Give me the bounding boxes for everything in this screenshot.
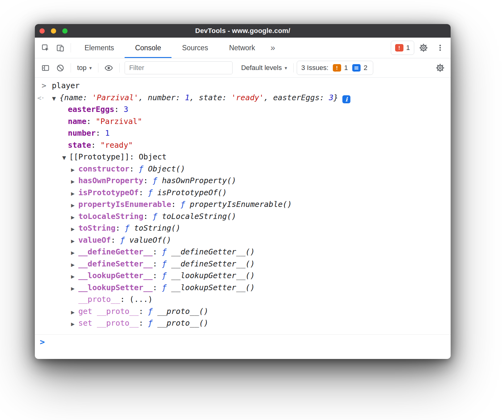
message-bubble-icon (352, 64, 361, 72)
object-property-row: number: 1 (35, 127, 451, 139)
console-text: 1 (185, 93, 189, 102)
object-property-row: ▶propertyIsEnumerable: ƒ propertyIsEnume… (35, 199, 451, 211)
device-toolbar-button[interactable] (53, 40, 68, 55)
expand-toggle-icon[interactable]: ▶ (70, 235, 76, 247)
console-text: isPrototypeOf (78, 188, 139, 197)
object-property-row: ▶get __proto__: ƒ __proto__() (35, 306, 451, 318)
console-text: __lookupGetter__ (78, 271, 153, 280)
expand-toggle-icon[interactable]: ▶ (70, 164, 76, 176)
object-property-row: ▶__defineGetter__: ƒ __defineGetter__() (35, 246, 451, 258)
object-property-row: name: "Parzival" (35, 116, 451, 128)
expand-toggle-icon[interactable]: ▼ (61, 152, 67, 164)
spacer (76, 242, 78, 243)
error-count-badge[interactable]: ! 1 (391, 41, 414, 55)
expand-toggle-icon[interactable]: ▶ (70, 200, 76, 212)
console-text: ƒ (153, 176, 162, 185)
divider (71, 63, 71, 72)
expand-toggle-icon[interactable]: ▶ (70, 223, 76, 235)
zoom-window-button[interactable] (62, 28, 68, 34)
expand-toggle-icon[interactable]: ▶ (70, 307, 76, 319)
spacer (35, 278, 70, 278)
spacer (35, 171, 70, 171)
console-text: : (139, 188, 148, 197)
object-property-row: state: "ready" (35, 139, 451, 151)
window-title: DevTools - www.google.com/ (195, 27, 290, 35)
device-toolbar-icon (56, 44, 64, 52)
console-panel[interactable]: >player<·▼{name: 'Parzival', number: 1, … (35, 78, 451, 358)
expand-toggle-icon[interactable]: ▶ (70, 259, 76, 271)
object-property-row: ▶__lookupGetter__: ƒ __lookupGetter__() (35, 270, 451, 282)
filter-input[interactable] (125, 61, 233, 74)
console-text: : (139, 307, 148, 316)
console-text: __lookupGetter__() (171, 271, 255, 280)
console-text: "Parzival" (96, 117, 142, 126)
console-eval-result: <·▼{name: 'Parzival', number: 1, state: … (35, 92, 451, 104)
console-sidebar-toggle-button[interactable] (38, 60, 53, 75)
console-text: : (153, 271, 162, 280)
console-text: : (320, 93, 329, 102)
console-text: __lookupSetter__() (171, 283, 255, 292)
divider (71, 43, 71, 52)
expand-toggle-icon[interactable]: ▶ (70, 283, 76, 295)
log-level-selector[interactable]: Default levels ▾ (238, 64, 290, 72)
console-text: state (199, 93, 222, 102)
input-chevron-icon: > (42, 81, 46, 90)
settings-button[interactable] (416, 40, 431, 55)
console-text: __defineSetter__() (171, 259, 255, 268)
divider (293, 63, 294, 72)
expand-toggle-icon[interactable]: ▶ (70, 318, 76, 330)
console-text: easterEggs (68, 105, 114, 114)
expand-toggle-icon[interactable]: ▼ (51, 93, 57, 105)
console-prompt[interactable]: > (35, 334, 451, 347)
console-text: set __proto__ (78, 319, 139, 327)
console-text: Object() (148, 164, 185, 173)
spacer (35, 254, 70, 254)
screenshot-canvas: DevTools - www.google.com/ (0, 0, 504, 420)
tab-elements[interactable]: Elements (74, 38, 125, 58)
close-window-button[interactable] (39, 28, 45, 34)
prompt-chevron-icon: > (40, 337, 45, 347)
expand-toggle-icon[interactable]: ▶ (70, 271, 76, 283)
console-text: __defineSetter__ (78, 259, 153, 268)
console-text: constructor (78, 164, 130, 173)
spacer (76, 290, 78, 290)
getter-invoke[interactable]: (...) (130, 295, 153, 304)
console-text: toLocaleString() (162, 212, 236, 221)
more-options-button[interactable] (433, 40, 448, 55)
console-text: : (120, 295, 129, 304)
expand-toggle-icon[interactable]: ▶ (70, 176, 76, 188)
expand-toggle-icon[interactable]: ▶ (70, 247, 76, 259)
caret-down-icon: ▾ (285, 65, 287, 71)
spacer (35, 88, 42, 88)
spacer (48, 100, 51, 100)
console-settings-button[interactable] (433, 60, 448, 75)
issues-counter-button[interactable]: 3 Issues: ! 1 2 (297, 61, 374, 75)
more-tabs-button[interactable]: » (266, 43, 280, 53)
exclamation-glyph: ! (336, 65, 338, 71)
error-bubble-icon: ! (395, 44, 403, 51)
object-property-row: ▶toString: ƒ toString() (35, 222, 451, 234)
console-text: : (86, 117, 96, 126)
console-text: __defineGetter__ (78, 247, 153, 256)
tab-sources[interactable]: Sources (171, 38, 218, 58)
tab-network[interactable]: Network (219, 38, 266, 58)
window-title-bar[interactable]: DevTools - www.google.com/ (35, 24, 451, 38)
minimize-window-button[interactable] (51, 28, 56, 34)
tab-console[interactable]: Console (125, 38, 171, 58)
live-expression-button[interactable] (101, 60, 116, 75)
console-text: ƒ (139, 164, 148, 173)
console-text: 3 (329, 93, 333, 102)
expand-toggle-icon[interactable]: ▶ (70, 188, 76, 200)
console-text: : (115, 224, 125, 233)
spacer (35, 112, 68, 112)
info-icon[interactable]: i (342, 95, 350, 103)
spacer (35, 314, 70, 314)
expand-toggle-icon[interactable]: ▶ (70, 212, 76, 224)
clear-console-icon (56, 64, 64, 72)
spacer (57, 100, 60, 100)
inspect-element-button[interactable] (38, 40, 53, 55)
console-text: : (143, 176, 153, 185)
javascript-context-selector[interactable]: top ▾ (74, 64, 95, 72)
clear-console-button[interactable] (53, 60, 68, 75)
divider (98, 63, 98, 72)
